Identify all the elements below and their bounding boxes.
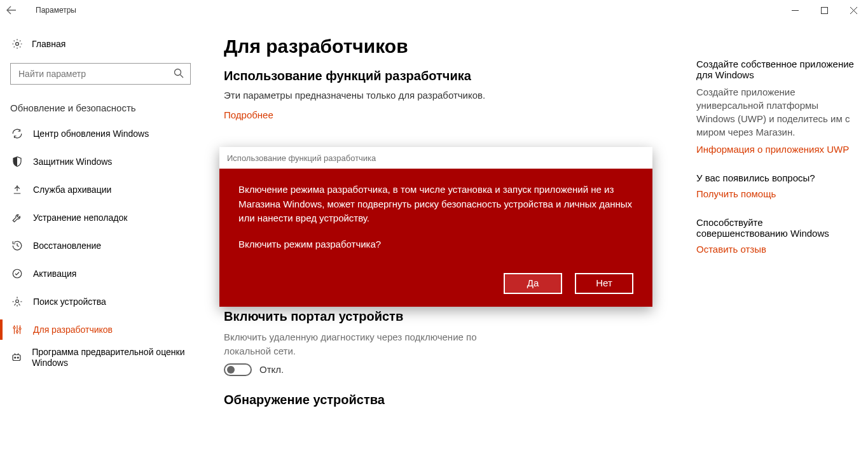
aside-link-get-help[interactable]: Получить помощь [696,188,855,199]
toggle-state: Откл. [259,364,284,375]
sidebar-item-label: Центр обновления Windows [33,129,149,139]
aside-block-create-app: Создайте собственное приложение для Wind… [696,59,855,155]
sidebar-item-windows-update[interactable]: Центр обновления Windows [0,120,207,148]
svg-point-10 [17,357,18,358]
section-developer-features-text: Эти параметры предназначены только для р… [224,90,681,101]
svg-rect-0 [821,7,827,13]
svg-point-2 [175,69,181,75]
page-title: Для разработчиков [224,36,681,57]
search-box[interactable] [10,63,191,85]
sliders-icon [10,324,24,335]
aside-link-feedback[interactable]: Оставить отзыв [696,244,855,255]
section-device-portal-desc: Включить удаленную диагностику через под… [224,330,497,358]
titlebar: Параметры [0,0,868,20]
dialog-no-button[interactable]: Нет [575,273,633,294]
insider-icon [10,352,23,363]
sidebar: Главная Обновление и безопасность Центр … [0,20,207,462]
titlebar-title: Параметры [25,6,76,15]
sidebar-item-label: Программа предварительной оценки Windows [32,343,207,373]
sidebar-item-defender[interactable]: Защитник Windows [0,148,207,176]
sidebar-item-backup[interactable]: Служба архивации [0,176,207,204]
aside-title: Создайте собственное приложение для Wind… [696,59,855,80]
gear-icon [10,38,24,50]
toggle-thumb [227,366,235,374]
sidebar-item-activation[interactable]: Активация [0,260,207,288]
locate-icon [10,296,24,307]
svg-rect-8 [13,355,20,361]
sidebar-item-insider[interactable]: Программа предварительной оценки Windows [0,344,207,372]
check-circle-icon [10,268,24,279]
dialog-title: Использование функций разработчика [219,147,652,169]
dialog-yes-button[interactable]: Да [504,273,562,294]
home-label: Главная [32,39,65,49]
aside-link-uwp-info[interactable]: Информация о приложениях UWP [696,144,855,155]
confirm-dialog: Использование функций разработчика Включ… [219,147,652,307]
aside-block-feedback: Способствуйте совершенствованию Windows … [696,217,855,255]
svg-point-7 [19,328,21,330]
sidebar-item-label: Восстановление [33,241,101,251]
history-icon [10,240,24,251]
wrench-icon [10,212,24,223]
aside-title: Способствуйте совершенствованию Windows [696,217,855,239]
dialog-text: Включение режима разработчика, в том чис… [238,183,633,226]
sidebar-item-label: Для разработчиков [33,325,113,335]
svg-point-4 [16,300,19,303]
aside-desc: Создайте приложение универсальной платфо… [696,85,855,139]
section-developer-features-title: Использование функций разработчика [224,69,681,83]
svg-point-1 [16,43,19,46]
learn-more-link[interactable]: Подробнее [224,109,273,120]
dialog-question: Включить режим разработчика? [238,237,633,252]
home-button[interactable]: Главная [10,30,207,58]
back-button[interactable] [6,5,25,15]
sidebar-item-label: Служба архивации [33,185,111,195]
minimize-button[interactable] [780,0,809,20]
sidebar-item-label: Активация [33,269,76,279]
toggle-track [224,363,252,376]
backup-icon [10,184,24,195]
search-input[interactable] [17,68,174,80]
sidebar-item-find-device[interactable]: Поиск устройства [0,288,207,316]
aside-block-questions: У вас появились вопросы? Получить помощь [696,172,855,199]
sidebar-item-developers[interactable]: Для разработчиков [0,316,207,344]
section-device-discovery-title: Обнаружение устройства [224,393,681,407]
sidebar-item-label: Устранение неполадок [33,213,127,223]
close-button[interactable] [839,0,868,20]
window-controls [780,0,868,20]
aside: Создайте собственное приложение для Wind… [696,20,868,462]
section-device-portal-title: Включить портал устройств [224,309,681,324]
svg-point-5 [13,327,15,329]
sidebar-item-label: Поиск устройства [33,297,106,307]
svg-point-9 [15,357,16,358]
sync-icon [10,128,24,139]
shield-icon [10,156,24,167]
sidebar-item-troubleshoot[interactable]: Устранение неполадок [0,204,207,232]
sidebar-item-label: Защитник Windows [33,157,112,167]
sidebar-item-recovery[interactable]: Восстановление [0,232,207,260]
sidebar-section-header: Обновление и безопасность [10,102,207,113]
device-portal-toggle[interactable]: Откл. [224,363,681,376]
dialog-body: Включение режима разработчика, в том чис… [219,169,652,307]
aside-title: У вас появились вопросы? [696,172,855,183]
search-icon [174,68,184,80]
maximize-button[interactable] [809,0,839,20]
svg-point-6 [17,331,18,333]
